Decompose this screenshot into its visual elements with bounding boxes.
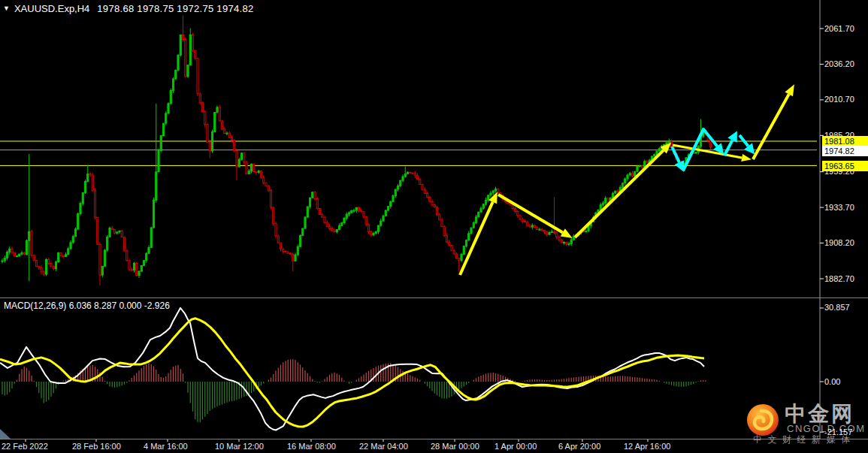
candlesticks [2, 16, 712, 285]
chart-canvas[interactable] [0, 0, 868, 453]
date-label: 28 Feb 16:00 [72, 442, 121, 451]
date-label: 22 Feb 2022 [2, 442, 48, 451]
date-label: 28 Mar 00:00 [431, 442, 479, 451]
price-tick-label: 2036.20 [824, 59, 854, 68]
price-tick-label: 2010.70 [824, 95, 854, 104]
date-label: 1 Apr 00:00 [494, 442, 537, 451]
price-axis-ticks [26, 29, 824, 442]
cngold-logo-icon [746, 403, 780, 437]
mt4-chart-window: ▼XAUUSD.Exp,H41978.68 1978.75 1972.75 19… [0, 0, 868, 453]
macd-tick-label: 30.857 [824, 303, 850, 312]
symbol-dropdown-icon[interactable]: ▼ [3, 5, 10, 12]
macd-indicator-label: MACD(12,26,9) 6.036 8.287 0.000 -2.926 [4, 300, 170, 311]
chart-title-bar: ▼XAUUSD.Exp,H41978.68 1978.75 1972.75 19… [3, 3, 253, 14]
macd-signal-line [0, 319, 704, 427]
date-label: 6 Apr 20:00 [558, 442, 600, 451]
price-tick-label: 1908.20 [824, 238, 854, 247]
price-badge: 1974.82 [822, 146, 868, 156]
price-tick-label: 1882.70 [824, 274, 854, 283]
symbol-name: XAUUSD.Exp,H4 [14, 3, 89, 14]
price-tick-label: 1933.70 [824, 203, 854, 212]
date-label: 16 Mar 08:00 [287, 442, 336, 451]
date-label: 4 Mar 16:00 [144, 442, 188, 451]
pane-corner-grip-icon[interactable] [0, 429, 11, 439]
date-label: 22 Mar 04:00 [359, 442, 408, 451]
ohlc-quote: 1978.68 1978.75 1972.75 1974.82 [97, 3, 253, 14]
trend-arrows [460, 84, 794, 275]
price-badge: 1963.65 [822, 161, 868, 171]
price-badge: 1981.08 [822, 136, 868, 146]
cngold-watermark: 中金网 CNGOLD.COM 中文财经新媒体 [746, 400, 868, 449]
date-label: 10 Mar 12:00 [215, 442, 264, 451]
price-tick-label: 2061.70 [824, 24, 854, 33]
macd-tick-label: 0.00 [824, 377, 840, 386]
macd-tick-label: -21.157 [824, 427, 852, 436]
date-label: 12 Apr 16:00 [624, 442, 670, 451]
